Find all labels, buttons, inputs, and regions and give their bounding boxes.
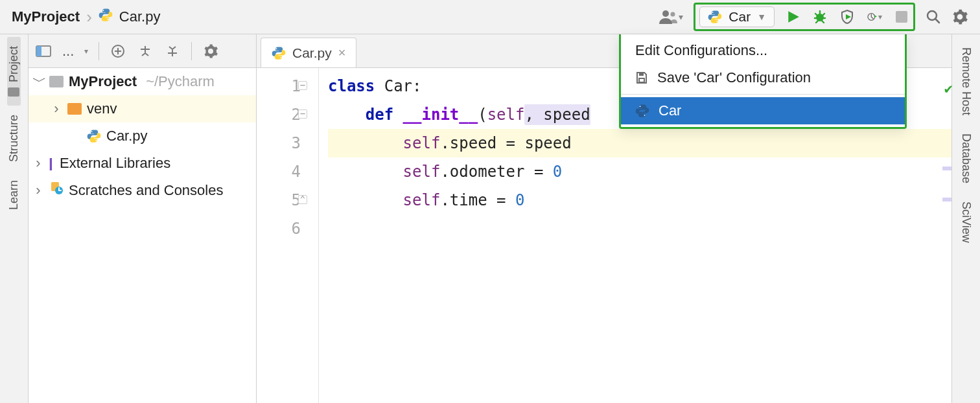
tree-node-label: Car.py: [106, 122, 148, 150]
expand-all-button[interactable]: [137, 43, 154, 60]
line-number[interactable]: 6: [257, 214, 301, 243]
editor-error-stripe[interactable]: ✔: [941, 68, 951, 403]
expand-toggle-icon[interactable]: ›: [51, 95, 62, 122]
tool-tab-label: Database: [959, 133, 973, 183]
svg-point-1: [107, 19, 108, 20]
tree-node-label: MyProject: [69, 68, 137, 95]
tool-tab-structure-label: Structure: [7, 115, 21, 162]
dropdown-item-label: Car: [659, 102, 681, 119]
stripe-marker[interactable]: [942, 198, 951, 202]
python-file-icon: [635, 104, 649, 118]
chevron-right-icon: ›: [86, 7, 92, 27]
tree-node-label: External Libraries: [60, 150, 170, 177]
tool-tab-project[interactable]: Project: [7, 37, 21, 106]
project-view-label[interactable]: ...: [62, 43, 74, 60]
project-tool-window: ...▾ ﹀ MyProject ~/Pycharm › venv: [29, 34, 257, 403]
python-file-icon: [272, 46, 286, 60]
python-file-icon: [87, 129, 101, 143]
svg-rect-22: [639, 78, 644, 82]
stop-button[interactable]: [894, 11, 909, 23]
run-config-name: Car: [729, 9, 751, 25]
svg-point-16: [96, 140, 97, 141]
expand-toggle-icon[interactable]: ﹀: [32, 68, 44, 95]
tree-node-car-py[interactable]: Car.py: [29, 122, 256, 150]
line-number[interactable]: 1−: [257, 72, 301, 100]
code-line[interactable]: [328, 214, 951, 243]
tree-node-venv[interactable]: › venv: [29, 95, 256, 122]
fold-toggle-icon[interactable]: −: [298, 109, 307, 119]
code-line[interactable]: self.odometer = 0: [328, 157, 951, 186]
line-number[interactable]: 2−: [257, 100, 301, 129]
breadcrumb[interactable]: MyProject › Car.py: [12, 7, 160, 27]
svg-point-20: [281, 56, 282, 58]
tool-tab-learn-label: Learn: [7, 180, 21, 210]
python-file-icon: [99, 8, 113, 26]
tree-node-hint: ~/Pycharm: [146, 68, 215, 95]
svg-point-23: [640, 106, 641, 107]
svg-marker-6: [788, 11, 799, 23]
collapse-all-button[interactable]: [164, 43, 181, 60]
svg-rect-13: [36, 46, 41, 56]
tree-node-label: Scratches and Consoles: [69, 177, 223, 204]
expand-toggle-icon[interactable]: ›: [32, 150, 44, 177]
code-line[interactable]: self.time = 0: [328, 186, 951, 214]
svg-point-19: [276, 48, 277, 49]
folder-icon: [49, 76, 64, 87]
tree-node-scratches[interactable]: › Scratches and Consoles: [29, 177, 256, 204]
ide-settings-button[interactable]: [946, 5, 974, 29]
project-view-combo[interactable]: [35, 43, 52, 60]
close-tab-button[interactable]: ×: [338, 45, 346, 60]
dropdown-save-configuration[interactable]: Save 'Car' Configuration: [621, 64, 905, 91]
navigation-bar: MyProject › Car.py ▾ Car ▼ ▾: [0, 0, 980, 34]
svg-point-15: [91, 131, 93, 132]
editor-tab-car[interactable]: Car.py ×: [261, 38, 356, 67]
tool-tab-database[interactable]: Database: [959, 124, 973, 192]
run-button[interactable]: [786, 10, 800, 24]
breadcrumb-file[interactable]: Car.py: [119, 8, 161, 25]
profile-button[interactable]: ▾: [867, 9, 882, 25]
tool-tab-label: SciView: [959, 202, 973, 243]
breadcrumb-project[interactable]: MyProject: [12, 8, 80, 25]
svg-marker-8: [846, 14, 851, 19]
dropdown-triangle-icon: ▼: [757, 12, 766, 22]
svg-point-5: [717, 21, 718, 22]
svg-marker-10: [874, 15, 877, 17]
tool-tab-learn[interactable]: Learn: [7, 171, 21, 219]
tree-node-project-root[interactable]: ﹀ MyProject ~/Pycharm: [29, 68, 256, 95]
project-settings-button[interactable]: [202, 43, 219, 60]
debug-button[interactable]: [812, 8, 828, 25]
select-opened-file-button[interactable]: [110, 43, 126, 60]
tool-tab-structure[interactable]: Structure: [7, 106, 21, 171]
user-icon[interactable]: ▾: [654, 5, 688, 29]
line-number[interactable]: 3: [257, 129, 301, 157]
dropdown-config-car[interactable]: Car: [621, 97, 905, 124]
svg-rect-21: [639, 73, 644, 76]
tree-node-external-libraries[interactable]: › ||| External Libraries: [29, 150, 256, 177]
tree-node-label: venv: [87, 95, 117, 122]
expand-toggle-icon[interactable]: ›: [32, 177, 44, 204]
line-number[interactable]: 5⌃: [257, 186, 301, 214]
fold-toggle-icon[interactable]: −: [298, 81, 307, 90]
scratches-icon: [49, 177, 64, 204]
save-icon: [635, 71, 648, 84]
tool-tab-sciview[interactable]: SciView: [959, 192, 973, 252]
right-tool-rail: Remote Host Database SciView: [951, 34, 980, 403]
inspection-ok-icon[interactable]: ✔: [944, 75, 953, 103]
svg-point-3: [671, 12, 675, 17]
search-everywhere-button[interactable]: [920, 5, 946, 29]
editor-gutter[interactable]: 1− 2− 3 4 5⌃ 6: [257, 68, 319, 403]
editor-tab-label: Car.py: [292, 45, 332, 61]
code-line[interactable]: self.speed = speed: [328, 129, 951, 157]
run-with-coverage-button[interactable]: [839, 9, 855, 25]
run-config-selector[interactable]: Car ▼: [699, 6, 775, 27]
run-toolbar-highlight: Car ▼ ▾: [694, 3, 915, 31]
tool-tab-remote-host[interactable]: Remote Host: [959, 38, 973, 124]
dropdown-separator: [621, 94, 905, 95]
dropdown-edit-configurations[interactable]: Edit Configurations...: [621, 37, 905, 64]
svg-point-4: [712, 12, 714, 13]
stripe-marker[interactable]: [942, 167, 951, 170]
line-number[interactable]: 4: [257, 157, 301, 186]
fold-end-icon[interactable]: ⌃: [298, 195, 307, 204]
project-tree[interactable]: ﹀ MyProject ~/Pycharm › venv Car.py › ||…: [29, 68, 256, 403]
run-config-dropdown: Edit Configurations... Save 'Car' Config…: [619, 34, 907, 129]
